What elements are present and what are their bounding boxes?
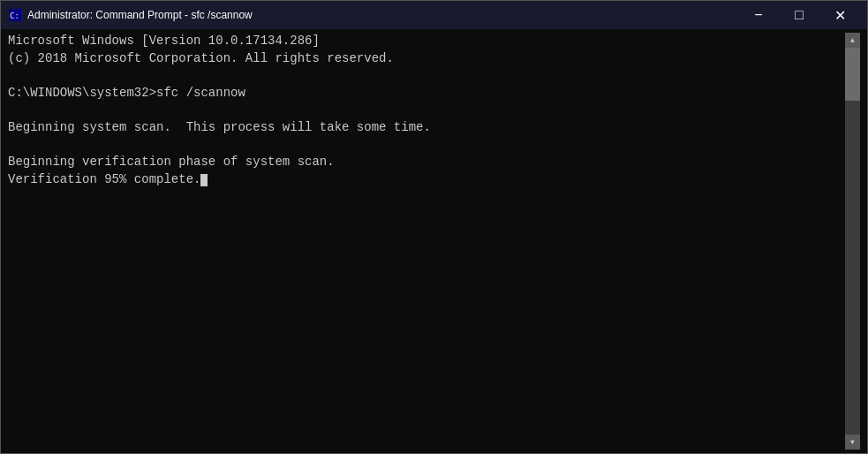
cursor-blink xyxy=(200,174,208,186)
console-body[interactable]: Microsoft Windows [Version 10.0.17134.28… xyxy=(1,29,867,453)
title-bar: C: Administrator: Command Prompt - sfc /… xyxy=(1,1,867,29)
console-line: Microsoft Windows [Version 10.0.17134.28… xyxy=(8,33,845,50)
minimize-button[interactable]: − xyxy=(738,1,779,29)
cmd-window: C: Administrator: Command Prompt - sfc /… xyxy=(0,0,868,454)
console-line: Beginning verification phase of system s… xyxy=(8,154,845,171)
scrollbar[interactable]: ▲ ▼ xyxy=(845,33,860,450)
window-controls: − □ ✕ xyxy=(738,1,860,29)
maximize-button[interactable]: □ xyxy=(779,1,819,29)
scrollbar-track[interactable] xyxy=(845,48,860,435)
window-icon: C: xyxy=(8,8,22,22)
svg-text:C:: C: xyxy=(10,11,19,20)
console-line: C:\WINDOWS\system32>sfc /scannow xyxy=(8,85,845,102)
console-line xyxy=(8,67,845,85)
console-line: (c) 2018 Microsoft Corporation. All righ… xyxy=(8,50,845,68)
scroll-down-arrow[interactable]: ▼ xyxy=(845,435,860,450)
console-line xyxy=(8,137,845,155)
console-line: Beginning system scan. This process will… xyxy=(8,119,845,137)
console-line: Verification 95% complete. xyxy=(8,171,845,189)
window-title: Administrator: Command Prompt - sfc /sca… xyxy=(27,9,738,21)
console-line xyxy=(8,102,845,119)
scrollbar-thumb[interactable] xyxy=(845,48,860,101)
close-button[interactable]: ✕ xyxy=(819,1,860,29)
scroll-up-arrow[interactable]: ▲ xyxy=(845,33,860,48)
console-output: Microsoft Windows [Version 10.0.17134.28… xyxy=(8,33,845,450)
